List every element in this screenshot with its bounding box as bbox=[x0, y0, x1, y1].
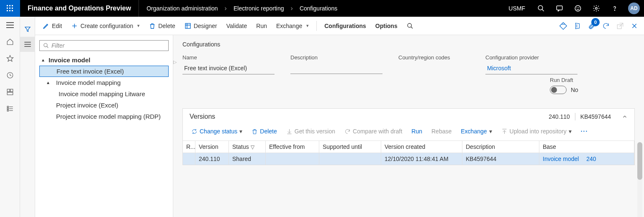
breadcrumb-item[interactable]: Electronic reporting bbox=[233, 5, 284, 12]
search-button[interactable] bbox=[532, 0, 550, 17]
config-tree: ▲ Invoice model Free text invoice (Excel… bbox=[39, 54, 169, 122]
attachments-button[interactable]: 0 bbox=[585, 20, 598, 32]
base-version-link[interactable]: 240 bbox=[586, 156, 596, 162]
scrollbar[interactable] bbox=[637, 142, 642, 217]
col-version[interactable]: Version bbox=[195, 141, 229, 153]
close-button[interactable] bbox=[628, 20, 641, 32]
field-label: Country/region codes bbox=[398, 54, 470, 61]
splitter-handle[interactable]: ◁▷ bbox=[173, 59, 177, 65]
field-value[interactable]: Free text invoice (Excel) bbox=[182, 63, 275, 74]
feedback-button[interactable] bbox=[569, 0, 587, 17]
col-status[interactable]: Status▽ bbox=[229, 141, 266, 153]
svg-rect-6 bbox=[7, 10, 8, 11]
breadcrumb-item[interactable]: Organization administration bbox=[146, 5, 218, 12]
favorites-button[interactable] bbox=[0, 50, 20, 67]
col-effective[interactable]: Effective from bbox=[266, 141, 319, 153]
col-r[interactable]: R... bbox=[183, 141, 195, 153]
table-row[interactable]: 240.110 Shared 12/10/2020 11:48:41 AM KB… bbox=[183, 153, 634, 165]
app-title: Finance and Operations Preview bbox=[20, 5, 139, 12]
svg-marker-20 bbox=[7, 56, 13, 61]
edit-button[interactable]: Edit bbox=[38, 20, 66, 32]
tree-item[interactable]: Project invoice model mapping (RDP) bbox=[39, 111, 169, 122]
exchange-label: Exchange bbox=[276, 23, 302, 29]
tree-item[interactable]: Invoice model mapping Litware bbox=[39, 88, 169, 100]
col-description[interactable]: Description bbox=[462, 141, 539, 153]
tree-item[interactable]: Project invoice (Excel) bbox=[39, 100, 169, 111]
create-configuration-button[interactable]: Create configuration ▾ bbox=[67, 20, 144, 32]
btn-label: Compare with draft bbox=[353, 128, 402, 135]
actionbar-search-button[interactable] bbox=[403, 20, 418, 32]
validate-button[interactable]: Validate bbox=[222, 20, 251, 32]
details-pane: Configurations Name Free text invoice (E… bbox=[173, 35, 644, 217]
version-delete-button[interactable]: Delete bbox=[248, 126, 280, 136]
office-icon bbox=[574, 22, 581, 30]
run-draft-toggle[interactable]: No bbox=[550, 86, 635, 94]
configurations-menu[interactable]: Configurations bbox=[320, 20, 370, 32]
help-button[interactable] bbox=[606, 0, 624, 17]
options-menu[interactable]: Options bbox=[371, 20, 402, 32]
hamburger-button[interactable] bbox=[0, 17, 20, 33]
designer-button[interactable]: Designer bbox=[180, 20, 221, 32]
svg-point-37 bbox=[408, 23, 411, 27]
home-icon bbox=[6, 38, 14, 46]
delete-button[interactable]: Delete bbox=[145, 20, 179, 32]
filter-box[interactable] bbox=[39, 40, 169, 51]
home-button[interactable] bbox=[0, 33, 20, 50]
attachments-badge: 0 bbox=[591, 18, 600, 26]
workspaces-button[interactable] bbox=[0, 84, 20, 100]
btn-label: Change status bbox=[200, 128, 237, 135]
breadcrumb-item[interactable]: Configurations bbox=[300, 5, 337, 12]
field-label: Configuration provider bbox=[485, 54, 577, 61]
versions-header: Versions 240.110 KB4597644 bbox=[183, 109, 634, 124]
btn-label: Run bbox=[411, 128, 422, 135]
modules-button[interactable] bbox=[0, 100, 20, 117]
company-code[interactable]: USMF bbox=[502, 5, 532, 12]
office-button[interactable] bbox=[571, 20, 584, 32]
tree-root-item[interactable]: ▲ Invoice model bbox=[39, 54, 169, 66]
cycle-icon bbox=[191, 128, 198, 135]
svg-rect-3 bbox=[7, 8, 8, 9]
svg-line-10 bbox=[542, 9, 544, 11]
col-created[interactable]: Version created bbox=[381, 141, 462, 153]
tree-item-selected[interactable]: Free text invoice (Excel) bbox=[39, 66, 169, 77]
caret-down-icon: ▲ bbox=[46, 80, 50, 85]
change-status-button[interactable]: Change status ▾ bbox=[188, 126, 246, 136]
filter-input[interactable] bbox=[51, 42, 165, 49]
cell-version: 240.110 bbox=[195, 153, 229, 165]
settings-button[interactable] bbox=[587, 0, 606, 17]
filter-tab[interactable] bbox=[20, 22, 35, 37]
run-button[interactable]: Run bbox=[252, 20, 271, 32]
popout-button[interactable] bbox=[614, 20, 626, 32]
workspaces-icon bbox=[6, 88, 14, 96]
btn-label: Exchange bbox=[461, 128, 487, 135]
version-exchange-button[interactable]: Exchange ▾ bbox=[457, 126, 495, 136]
svg-rect-24 bbox=[7, 92, 13, 95]
col-base[interactable]: Base bbox=[539, 141, 634, 153]
personalize-button[interactable] bbox=[557, 20, 570, 32]
field-name: Name Free text invoice (Excel) bbox=[182, 54, 275, 74]
field-provider: Configuration provider Microsoft bbox=[485, 54, 577, 74]
pencil-icon bbox=[43, 23, 49, 29]
funnel-icon: ▽ bbox=[251, 144, 254, 150]
svg-line-38 bbox=[411, 27, 413, 28]
exchange-button[interactable]: Exchange ▾ bbox=[272, 20, 313, 32]
avatar[interactable]: AD bbox=[628, 3, 640, 14]
app-launcher-button[interactable] bbox=[0, 0, 20, 17]
messages-button[interactable] bbox=[550, 0, 569, 17]
rebase-button: Rebase bbox=[428, 126, 455, 136]
recent-button[interactable] bbox=[0, 67, 20, 84]
search-icon bbox=[407, 23, 413, 29]
more-button[interactable]: ··· bbox=[577, 126, 592, 136]
field-value[interactable] bbox=[290, 63, 382, 74]
svg-rect-5 bbox=[12, 8, 13, 9]
btn-label: Delete bbox=[260, 128, 277, 135]
refresh-button[interactable] bbox=[600, 20, 612, 32]
base-link[interactable]: Invoice model bbox=[543, 156, 579, 162]
field-value-link[interactable]: Microsoft bbox=[485, 63, 577, 74]
col-supported[interactable]: Supported until bbox=[319, 141, 381, 153]
svg-rect-4 bbox=[9, 8, 10, 9]
list-tab[interactable] bbox=[20, 37, 35, 52]
collapse-button[interactable] bbox=[616, 114, 628, 120]
tree-item[interactable]: ▲ Invoice model mapping bbox=[39, 77, 169, 88]
version-run-button[interactable]: Run bbox=[408, 126, 426, 136]
